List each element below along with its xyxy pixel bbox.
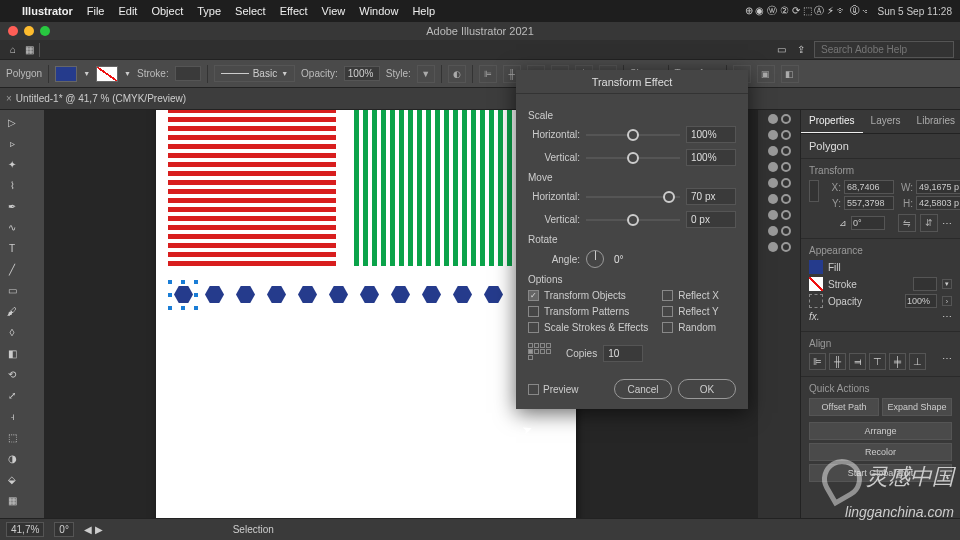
fill-color-swatch[interactable]	[809, 260, 823, 274]
scale-v-value[interactable]: 100%	[686, 149, 736, 166]
perspective-tool-icon[interactable]: ⬙	[2, 469, 22, 489]
offset-path-button[interactable]: Offset Path	[809, 398, 879, 416]
panel-icon[interactable]	[781, 146, 791, 156]
scale-v-slider[interactable]	[586, 157, 680, 159]
panel-icon[interactable]	[768, 162, 778, 172]
y-input[interactable]	[844, 196, 894, 210]
shaper-tool-icon[interactable]: ◊	[2, 322, 22, 342]
rectangle-tool-icon[interactable]: ▭	[2, 280, 22, 300]
w-input[interactable]	[916, 180, 960, 194]
clock[interactable]: Sun 5 Sep 11:28	[877, 6, 952, 17]
panel-icon[interactable]	[781, 114, 791, 124]
tab-properties[interactable]: Properties	[801, 110, 863, 133]
fx-label[interactable]: fx.	[809, 311, 820, 322]
panel-icon[interactable]	[768, 194, 778, 204]
tab-layers[interactable]: Layers	[863, 110, 909, 133]
opacity-field[interactable]	[905, 294, 937, 308]
artboard-nav[interactable]: ◀ ▶	[84, 524, 103, 535]
close-tab-icon[interactable]: ×	[6, 93, 12, 104]
traffic-lights[interactable]	[8, 26, 50, 36]
stroke-swatch[interactable]	[96, 66, 118, 82]
clip-icon[interactable]: ◧	[781, 65, 799, 83]
recolor-icon[interactable]: ◐	[448, 65, 466, 83]
move-h-value[interactable]: 70 px	[686, 188, 736, 205]
panel-icon[interactable]	[781, 226, 791, 236]
panel-icon[interactable]	[781, 130, 791, 140]
document-tab[interactable]: × Untitled-1* @ 41,7 % (CMYK/Preview)	[0, 88, 960, 110]
pen-tool-icon[interactable]: ✒	[2, 196, 22, 216]
zoom-level[interactable]: 41,7%	[6, 522, 44, 537]
panel-icon[interactable]	[768, 114, 778, 124]
menu-file[interactable]: File	[87, 5, 105, 17]
flip-h-icon[interactable]: ⇋	[898, 214, 916, 232]
grid-icon[interactable]: ▦	[26, 43, 40, 57]
reflect-x-checkbox[interactable]: Reflect X	[662, 290, 719, 301]
opacity-input[interactable]	[344, 66, 380, 81]
menu-select[interactable]: Select	[235, 5, 266, 17]
stroke-weight-input[interactable]	[175, 66, 201, 81]
stroke-options-icon[interactable]: ▾	[942, 279, 952, 289]
rotate-view[interactable]: 0°	[54, 522, 74, 537]
shape-builder-tool-icon[interactable]: ◑	[2, 448, 22, 468]
transform-patterns-checkbox[interactable]: Transform Patterns	[528, 306, 648, 317]
paintbrush-tool-icon[interactable]: 🖌	[2, 301, 22, 321]
line-tool-icon[interactable]: ╱	[2, 259, 22, 279]
expand-shape-button[interactable]: Expand Shape	[882, 398, 952, 416]
recolor-button[interactable]: Recolor	[809, 443, 952, 461]
panel-icon[interactable]	[768, 178, 778, 188]
align-right-btn[interactable]: ⫤	[849, 353, 866, 370]
stroke-dropdown-icon[interactable]: ▼	[124, 70, 131, 77]
menu-view[interactable]: View	[322, 5, 346, 17]
x-input[interactable]	[844, 180, 894, 194]
align-more-icon[interactable]: ⋯	[942, 353, 952, 370]
eraser-tool-icon[interactable]: ◧	[2, 343, 22, 363]
brush-basic[interactable]: Basic▼	[214, 65, 295, 82]
panel-icon[interactable]	[768, 242, 778, 252]
menu-type[interactable]: Type	[197, 5, 221, 17]
width-tool-icon[interactable]: ⫞	[2, 406, 22, 426]
home-icon[interactable]: ⌂	[6, 43, 20, 57]
align-top-btn[interactable]: ⊤	[869, 353, 886, 370]
menu-edit[interactable]: Edit	[118, 5, 137, 17]
panel-icon[interactable]	[781, 162, 791, 172]
share-icon[interactable]: ⇪	[794, 43, 808, 57]
flip-v-icon[interactable]: ⇵	[920, 214, 938, 232]
menu-window[interactable]: Window	[359, 5, 398, 17]
reflect-y-checkbox[interactable]: Reflect Y	[662, 306, 719, 317]
minimize-window-icon[interactable]	[24, 26, 34, 36]
opacity-caret[interactable]: ›	[942, 296, 952, 306]
scale-tool-icon[interactable]: ⤢	[2, 385, 22, 405]
arrange-button[interactable]: Arrange	[809, 422, 952, 440]
rotate-tool-icon[interactable]: ⟲	[2, 364, 22, 384]
panel-icon[interactable]	[781, 210, 791, 220]
move-v-slider[interactable]	[586, 219, 680, 221]
close-window-icon[interactable]	[8, 26, 18, 36]
random-checkbox[interactable]: Random	[662, 322, 719, 333]
align-left-btn[interactable]: ⊫	[809, 353, 826, 370]
preview-checkbox[interactable]: Preview	[528, 384, 579, 395]
global-edit-button[interactable]: Start Global Edit	[809, 464, 952, 482]
scale-h-value[interactable]: 100%	[686, 126, 736, 143]
cancel-button[interactable]: Cancel	[614, 379, 672, 399]
align-vcenter-btn[interactable]: ╪	[889, 353, 906, 370]
angle-value[interactable]: 0°	[610, 252, 660, 267]
hexagon-shape[interactable]	[174, 286, 193, 303]
mesh-tool-icon[interactable]: ▦	[2, 490, 22, 510]
menu-effect[interactable]: Effect	[280, 5, 308, 17]
stroke-color-swatch[interactable]	[809, 277, 823, 291]
fill-swatch[interactable]	[55, 66, 77, 82]
panel-icon[interactable]	[781, 242, 791, 252]
rotate-dial[interactable]	[586, 250, 604, 268]
stroke-weight-field[interactable]	[913, 277, 937, 291]
more-options-icon[interactable]: ⋯	[942, 218, 952, 229]
move-v-value[interactable]: 0 px	[686, 211, 736, 228]
group-icon[interactable]: ▣	[757, 65, 775, 83]
lasso-tool-icon[interactable]: ⌇	[2, 175, 22, 195]
align-left-icon[interactable]: ⊫	[479, 65, 497, 83]
move-h-slider[interactable]	[586, 196, 680, 198]
search-help-input[interactable]	[814, 41, 954, 58]
style-flyout[interactable]: ▼	[417, 65, 435, 83]
type-tool-icon[interactable]: T	[2, 238, 22, 258]
scale-h-slider[interactable]	[586, 134, 680, 136]
menu-help[interactable]: Help	[412, 5, 435, 17]
